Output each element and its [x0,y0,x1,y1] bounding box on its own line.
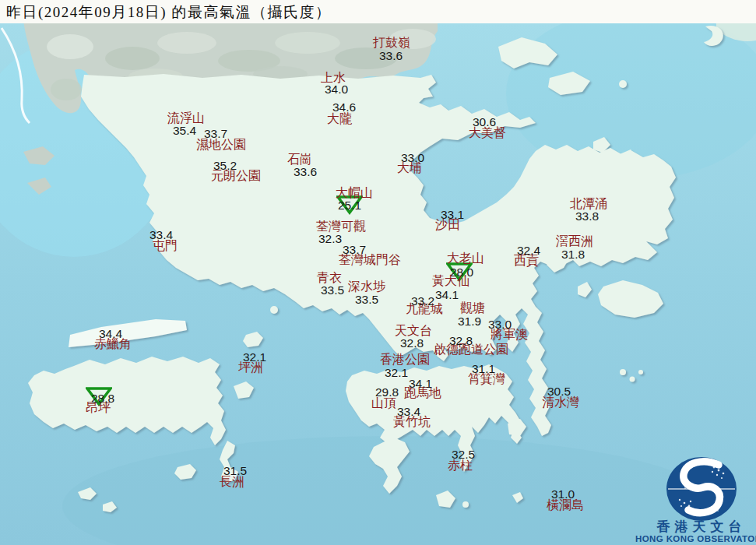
station-name: 香港公園 [380,353,430,366]
station-value: 33.2 [411,295,434,308]
map-title: 昨日(2024年09月18日) 的最高氣溫（攝氏度） [6,2,331,23]
station-value: 33.4 [149,229,173,241]
station-name: 大帽山 [336,187,373,199]
station-name: 山頂 [371,397,396,410]
station-value: 33.5 [355,294,378,306]
station-value: 31.5 [223,465,247,477]
station-name: 流浮山 [167,112,205,125]
station-name: 大老山 [447,252,484,265]
station-value: 31.9 [458,315,481,328]
station-name: 北潭涌 [570,198,607,210]
station-value: 33.5 [321,284,344,297]
station-value: 33.8 [575,210,599,223]
title-bar: 昨日(2024年09月18日) 的最高氣溫（攝氏度） [0,0,756,23]
station-value: 32.3 [318,233,342,245]
station-name: 大美督 [469,127,506,139]
station-name: 石崗 [287,153,312,166]
station-value: 31.8 [561,248,585,261]
station-value: 25.1 [338,199,361,212]
station-value: 32.5 [452,448,475,461]
station-value: 31.1 [472,363,495,375]
station-value: 35.2 [213,160,237,172]
station-value: 34.6 [332,101,356,114]
station-value: 32.8 [400,337,424,350]
station-value: 35.4 [173,125,196,137]
station-name: 赤柱 [448,459,473,472]
station-value: 33.1 [441,209,464,221]
station-value: 31.0 [551,488,575,501]
station-value: 29.8 [375,386,399,399]
station-value: 30.5 [547,385,571,398]
station-name: 打鼓嶺 [373,37,410,49]
station-name: 觀塘 [460,302,485,315]
station-name: 橫瀾島 [547,499,584,512]
station-value: 33.0 [401,152,424,164]
station-name: 屯門 [153,240,178,252]
station-value: 34.4 [99,328,122,340]
station-value: 32.1 [243,351,266,364]
station-name: 清水灣 [542,396,579,409]
station-value: 34.0 [325,83,348,96]
station-value: 32.4 [517,244,540,257]
station-value: 34.1 [409,378,432,390]
station-name: 滘西洲 [556,235,593,248]
stations-layer: 打鼓嶺33.6上水34.0大隴34.6流浮山35.4濕地公園33.7元朗公園35… [0,0,756,545]
station-name: 黃大仙 [432,275,469,287]
station-value: 34.1 [435,289,459,301]
station-name: 深水埗 [348,280,385,293]
station-name: 荃灣可觀 [316,220,366,233]
station-name: 長洲 [220,476,244,488]
station-name: 濕地公園 [196,139,246,151]
station-value: 32.8 [449,335,473,347]
station-value: 33.0 [488,318,512,331]
weather-map: 香港天文台 HONG KONG OBSERVATORY 打鼓嶺33.6上水34.… [0,0,756,545]
station-name: 天文台 [395,325,432,337]
station-value: 33.7 [204,128,227,140]
station-value: 28.8 [91,392,114,405]
station-value: 33.6 [379,50,403,62]
station-name: 大隴 [327,113,352,125]
station-value: 33.6 [294,166,317,178]
station-value: 30.6 [473,116,496,128]
station-name: 青衣 [317,272,342,284]
station-value: 33.4 [397,406,420,418]
station-value: 32.1 [385,367,408,379]
station-value: 33.7 [343,244,366,256]
